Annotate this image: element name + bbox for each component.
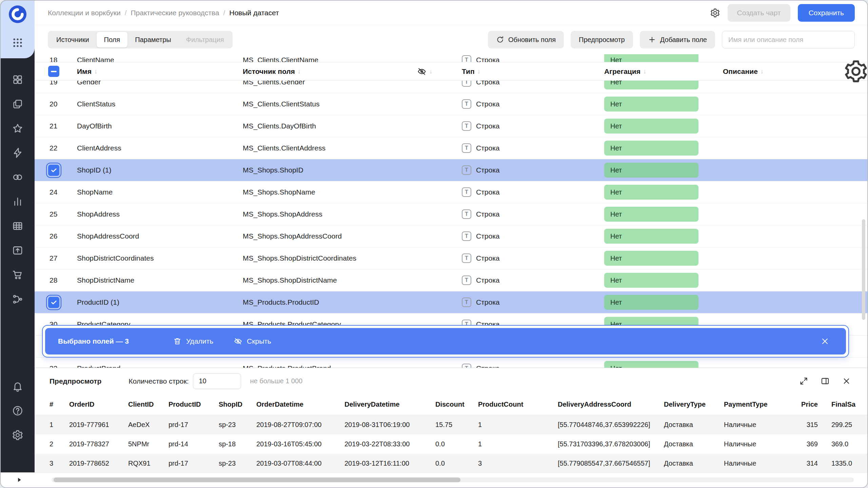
marketplace-icon[interactable] (12, 269, 23, 281)
row-checkbox[interactable] (48, 297, 59, 308)
column-header-aggregation[interactable]: Агрегация↓ (604, 67, 723, 76)
aggregation-select[interactable]: Нет (604, 251, 698, 266)
flows-icon[interactable] (12, 293, 23, 305)
preview-column-header[interactable]: Discount (435, 401, 478, 408)
aggregation-select[interactable]: Нет (604, 119, 698, 134)
preview-column-header[interactable]: DeliveryDatetime (344, 401, 435, 408)
preview-column-header[interactable]: # (50, 401, 69, 408)
field-type[interactable]: Строка (462, 231, 604, 241)
row-number: 32 (35, 364, 57, 368)
field-search-input[interactable] (722, 31, 855, 48)
field-type[interactable]: Строка (462, 253, 604, 263)
column-header-description[interactable]: Описание↓ (723, 67, 843, 76)
preview-button[interactable]: Предпросмотр (571, 31, 633, 48)
tab[interactable]: Источники (49, 32, 97, 47)
field-type[interactable]: Строка (462, 121, 604, 131)
expand-preview-icon[interactable] (799, 377, 808, 386)
field-type[interactable]: Строка (462, 298, 604, 307)
column-header-name[interactable]: Имя↓ (77, 67, 243, 76)
aggregation-select[interactable]: Нет (604, 295, 698, 310)
row-count-input[interactable] (193, 373, 241, 389)
preview-column-header[interactable]: ClientID (128, 401, 169, 408)
aggregation-select[interactable]: Нет (604, 361, 698, 368)
column-header-type[interactable]: Тип↓ (462, 67, 604, 76)
collapse-sidebar-button[interactable] (16, 476, 23, 484)
horizontal-scrollbar-thumb[interactable] (54, 477, 460, 482)
notifications-icon[interactable] (12, 381, 23, 392)
tab[interactable]: Поля (97, 32, 128, 47)
dock-panel-icon[interactable] (821, 377, 830, 386)
field-row[interactable]: 27 ShopDistrictCoordinates MS_Shops.Shop… (35, 247, 867, 269)
field-type[interactable]: Строка (462, 143, 604, 153)
preview-column-header[interactable]: DeliveryType (664, 401, 724, 408)
select-all-checkbox[interactable] (48, 66, 59, 77)
refresh-fields-button[interactable]: Обновить поля (488, 31, 564, 48)
preview-column-header[interactable]: ShopID (219, 401, 256, 408)
sort-arrow-icon: ↓ (477, 68, 481, 75)
charts-icon[interactable] (12, 196, 23, 207)
help-icon[interactable] (12, 405, 23, 416)
field-row[interactable]: 22 ClientAddress MS_Clients.ClientAddres… (35, 137, 867, 159)
delete-selected-button[interactable]: Удалить (173, 337, 213, 346)
column-header-source[interactable]: Источник поля↓ (243, 67, 408, 76)
add-field-button[interactable]: Добавить поле (640, 31, 715, 48)
save-button[interactable]: Сохранить (798, 4, 855, 22)
tab[interactable]: Параметры (127, 32, 179, 47)
field-type[interactable]: Строка (462, 99, 604, 109)
aggregation-select[interactable]: Нет (604, 185, 698, 200)
row-checkbox[interactable] (48, 165, 59, 176)
preview-column-header[interactable]: OrderDatetime (256, 401, 344, 408)
settings-icon[interactable] (12, 429, 23, 441)
field-type[interactable]: Строка (462, 364, 604, 368)
tab[interactable]: Фильтрация (179, 32, 232, 47)
preview-column-header[interactable]: ProductID (169, 401, 219, 408)
column-header-visibility[interactable]: ↓ (408, 67, 462, 76)
datalens-logo[interactable] (8, 5, 27, 23)
aggregation-select[interactable]: Нет (604, 97, 698, 111)
field-row[interactable]: ProductID (1) MS_Products.ProductID Стро… (35, 291, 867, 313)
breadcrumb-collections[interactable]: Коллекции и воркбуки (48, 9, 121, 17)
breadcrumb-workbook[interactable]: Практические руководства (131, 9, 219, 17)
preview-column-header[interactable]: OrderID (69, 401, 128, 408)
dashboards-icon[interactable] (12, 74, 23, 85)
preview-column-header[interactable]: Price (774, 401, 818, 408)
aggregation-select[interactable]: Нет (604, 163, 698, 178)
close-preview-icon[interactable] (842, 377, 851, 386)
preview-column-header[interactable]: PaymentType (724, 401, 774, 408)
apps-grid-icon[interactable] (12, 37, 23, 48)
field-row[interactable]: 26 ShopAddressCoord MS_Shops.ShopAddress… (35, 225, 867, 247)
dataset-tabs: Источники Поля Параметры Фильтрация (48, 31, 233, 48)
field-row[interactable]: 32 ProductBrand MS_Products.ProductBrand… (35, 358, 867, 368)
aggregation-select[interactable]: Нет (604, 273, 698, 288)
services-icon[interactable] (12, 171, 23, 183)
field-source: MS_Shops.ShopID (243, 166, 408, 174)
field-type[interactable]: Строка (462, 209, 604, 219)
field-type[interactable]: Строка (462, 276, 604, 285)
datasets-icon[interactable] (12, 220, 23, 232)
horizontal-scrollbar[interactable] (52, 477, 854, 482)
table-settings-gear-icon[interactable] (843, 59, 867, 84)
close-selection-bar-icon[interactable] (820, 337, 830, 346)
field-type[interactable]: Строка (462, 165, 604, 175)
storage-icon[interactable] (12, 245, 23, 256)
aggregation-select[interactable]: Нет (604, 229, 698, 244)
field-row[interactable]: 28 ShopDistrictName MS_Shops.ShopDistric… (35, 269, 867, 291)
field-type[interactable]: Строка (462, 187, 604, 197)
preview-column-header[interactable]: ProductCount (478, 401, 558, 408)
aggregation-select[interactable]: Нет (604, 207, 698, 222)
aggregation-select[interactable]: Нет (604, 141, 698, 156)
hide-selected-button[interactable]: Скрыть (234, 337, 271, 346)
dataset-settings-gear-icon[interactable] (710, 8, 720, 18)
favorites-icon[interactable] (12, 123, 23, 134)
create-chart-button[interactable]: Создать чарт (728, 4, 790, 22)
field-row[interactable]: 24 ShopName MS_Shops.ShopName Строка Нет (35, 181, 867, 203)
connections-icon[interactable] (12, 147, 23, 159)
field-row[interactable]: 25 ShopAddress MS_Shops.ShopAddress Стро… (35, 203, 867, 225)
preview-column-header[interactable]: FinalSa (818, 401, 868, 408)
collections-icon[interactable] (12, 98, 23, 110)
vertical-scrollbar-thumb[interactable] (862, 219, 865, 320)
field-row[interactable]: 21 DayOfBirth MS_Clients.DayOfBirth Стро… (35, 115, 867, 137)
field-row[interactable]: 20 ClientStatus MS_Clients.ClientStatus … (35, 93, 867, 115)
field-row[interactable]: ShopID (1) MS_Shops.ShopID Строка Нет (35, 159, 867, 181)
preview-column-header[interactable]: DeliveryAddressCoord (558, 401, 664, 408)
